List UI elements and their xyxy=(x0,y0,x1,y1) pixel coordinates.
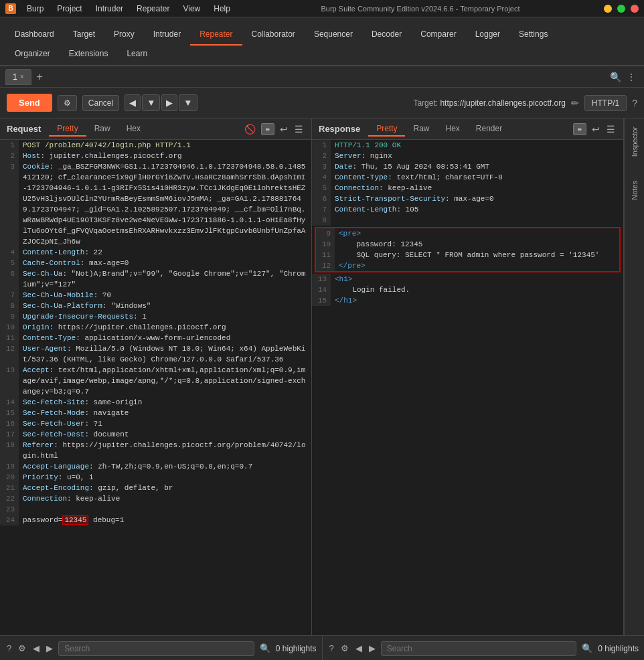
table-row: 8 xyxy=(312,215,623,226)
response-search-icon[interactable]: 🔍 xyxy=(580,642,594,655)
response-panel-actions: ≡ ↩ ☰ xyxy=(573,122,617,136)
response-tab-pretty[interactable]: Pretty xyxy=(368,122,405,137)
request-search-input[interactable] xyxy=(58,641,254,656)
line-number: 16 xyxy=(0,418,19,429)
nav-tab-repeater[interactable]: Repeater xyxy=(190,24,242,46)
nav-tab-intruder[interactable]: Intruder xyxy=(144,24,190,46)
table-row: 20Priority: u=0, i xyxy=(0,472,311,483)
response-bottom-next-button[interactable]: ▶ xyxy=(368,642,377,655)
nav-tab-sequencer[interactable]: Sequencer xyxy=(305,24,362,46)
response-code-area[interactable]: 1HTTP/1.1 200 OK2Server: nginx3Date: Thu… xyxy=(312,140,623,635)
response-bottom-settings-button[interactable]: ⚙ xyxy=(339,642,350,655)
nav-tab-learn[interactable]: Learn xyxy=(117,44,157,65)
response-tab-hex[interactable]: Hex xyxy=(438,122,468,137)
menu-repeater[interactable]: Repeater xyxy=(130,3,176,15)
line-content: <h1> xyxy=(331,274,623,284)
repeater-tab-1[interactable]: 1 × xyxy=(5,69,31,85)
line-content: Priority: u=0, i xyxy=(19,472,311,483)
minimize-button[interactable] xyxy=(604,5,612,13)
request-code-area[interactable]: 1POST /problem/40742/login.php HTTP/1.12… xyxy=(0,140,311,635)
menu-burp[interactable]: Burp xyxy=(20,3,50,15)
tab-search-button[interactable]: 🔍 xyxy=(607,70,624,84)
line-content: Cache-Control: max-age=0 xyxy=(19,258,311,268)
next-arrow-button[interactable]: ▶ xyxy=(161,94,177,111)
nav-tab-organizer[interactable]: Organizer xyxy=(5,44,60,65)
line-content: </pre> xyxy=(335,260,619,271)
line-content: Login failed. xyxy=(331,284,623,295)
toolbar: Send ⚙ Cancel ◀ ▼ ▶ ▼ Target: https://ju… xyxy=(0,88,644,118)
request-tab-hex[interactable]: Hex xyxy=(118,122,149,137)
line-number: 22 xyxy=(0,493,19,504)
request-bottom-prev-button[interactable]: ◀ xyxy=(31,642,41,655)
response-format-button[interactable]: ≡ xyxy=(573,123,586,135)
nav-tab-proxy[interactable]: Proxy xyxy=(104,24,144,46)
nav-tab-comparer[interactable]: Comparer xyxy=(411,24,465,46)
nav-tab-logger[interactable]: Logger xyxy=(466,24,509,46)
response-menu-button[interactable]: ☰ xyxy=(605,122,617,136)
line-content: Connection: keep-alive xyxy=(331,183,623,193)
response-tab-render[interactable]: Render xyxy=(468,122,510,137)
next-arrow-down-button[interactable]: ▼ xyxy=(179,94,197,111)
response-bottom-help-button[interactable]: ? xyxy=(328,642,335,655)
prev-arrow-button[interactable]: ◀ xyxy=(125,94,141,111)
edit-target-button[interactable]: ✏ xyxy=(571,98,579,108)
nav-tab-extensions[interactable]: Extensions xyxy=(60,44,118,65)
table-row: 11 SQL query: SELECT * FROM admin where … xyxy=(316,250,619,260)
line-number: 13 xyxy=(0,365,19,397)
response-panel-header: Response Pretty Raw Hex Render ≡ ↩ ☰ xyxy=(312,118,623,140)
line-number: 23 xyxy=(0,504,19,515)
cancel-button[interactable]: Cancel xyxy=(82,95,119,111)
line-content: </h1> xyxy=(331,295,623,306)
send-button[interactable]: Send xyxy=(7,94,52,112)
line-number: 1 xyxy=(312,140,331,151)
inspector-icon[interactable]: Inspector xyxy=(628,124,641,159)
request-tab-raw[interactable]: Raw xyxy=(86,122,118,137)
repeater-tab-row: 1 × + 🔍 ⋮ xyxy=(0,66,644,88)
table-row: 13<h1> xyxy=(312,274,623,284)
line-number: 3 xyxy=(0,161,19,247)
title-bar-left: B Burp Project Intruder Repeater View He… xyxy=(5,3,237,15)
response-tab-raw[interactable]: Raw xyxy=(405,122,437,137)
nav-tab-target[interactable]: Target xyxy=(64,24,104,46)
request-bottom-settings-button[interactable]: ⚙ xyxy=(17,642,27,655)
repeater-tab-1-close[interactable]: × xyxy=(20,73,24,80)
table-row: 13Accept: text/html,application/xhtml+xm… xyxy=(0,365,311,397)
line-number: 12 xyxy=(316,260,335,271)
tab-menu-button[interactable]: ⋮ xyxy=(624,70,639,84)
response-panel-tabs: Pretty Raw Hex Render xyxy=(368,122,510,137)
menu-intruder[interactable]: Intruder xyxy=(89,3,130,15)
request-bottom-next-button[interactable]: ▶ xyxy=(45,642,54,655)
line-content: Content-Type: application/x-www-form-url… xyxy=(19,333,311,343)
request-wrap-button[interactable]: ↩ xyxy=(278,122,289,136)
line-content xyxy=(331,215,623,226)
menu-help[interactable]: Help xyxy=(207,3,237,15)
menu-view[interactable]: View xyxy=(176,3,207,15)
request-hide-button[interactable]: 🚫 xyxy=(243,122,257,136)
table-row: 7Sec-Ch-Ua-Mobile: ?0 xyxy=(0,290,311,301)
menu-project[interactable]: Project xyxy=(50,3,88,15)
request-menu-button[interactable]: ☰ xyxy=(293,122,305,136)
nav-tab-decoder[interactable]: Decoder xyxy=(362,24,411,46)
table-row: 15</h1> xyxy=(312,295,623,306)
nav-tab-dashboard[interactable]: Dashboard xyxy=(5,24,64,46)
response-bottom-prev-button[interactable]: ◀ xyxy=(354,642,364,655)
notes-icon[interactable]: Notes xyxy=(628,178,641,203)
line-content: Origin: https://jupiter.challenges.picoc… xyxy=(19,322,311,333)
prev-arrow-down-button[interactable]: ▼ xyxy=(142,94,160,111)
help-button[interactable]: ? xyxy=(632,98,637,108)
window-title: Burp Suite Community Edition v2024.6.6 -… xyxy=(237,5,604,13)
add-repeater-tab-button[interactable]: + xyxy=(33,71,47,83)
nav-tab-settings[interactable]: Settings xyxy=(509,24,557,46)
request-bottom-help-button[interactable]: ? xyxy=(5,642,13,655)
http-version-button[interactable]: HTTP/1 xyxy=(584,95,627,111)
response-search-input[interactable] xyxy=(381,641,577,656)
maximize-button[interactable] xyxy=(617,5,625,13)
nav-tab-collaborator[interactable]: Collaborator xyxy=(242,24,305,46)
table-row: 12User-Agent: Mozilla/5.0 (Windows NT 10… xyxy=(0,343,311,365)
request-search-icon[interactable]: 🔍 xyxy=(258,642,272,655)
close-button[interactable] xyxy=(631,5,639,13)
settings-icon-button[interactable]: ⚙ xyxy=(58,95,77,111)
response-wrap-button[interactable]: ↩ xyxy=(590,122,601,136)
request-format-button[interactable]: ≡ xyxy=(261,123,274,135)
request-tab-pretty[interactable]: Pretty xyxy=(49,122,86,137)
